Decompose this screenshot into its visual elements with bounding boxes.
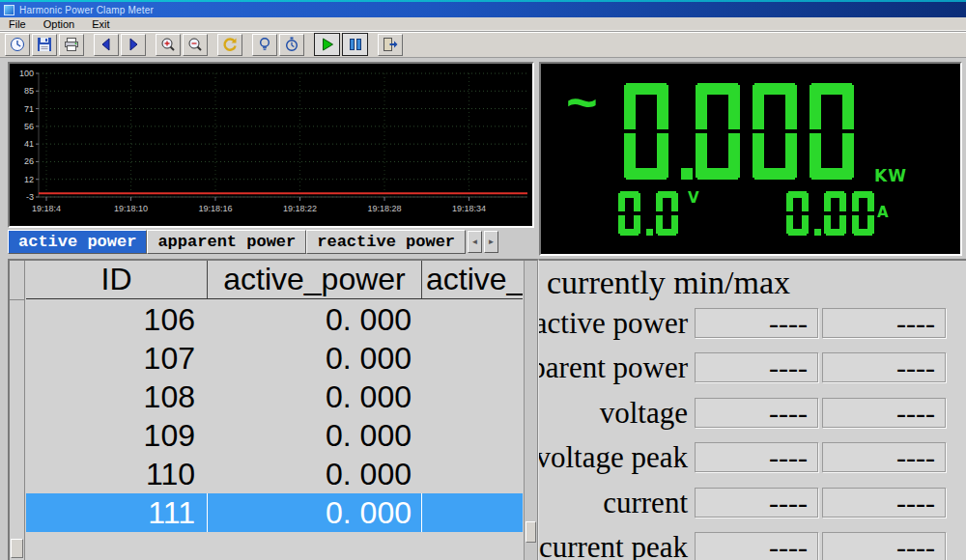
titlebar[interactable]: Harmonic Power Clamp Meter bbox=[0, 2, 966, 17]
exit-icon bbox=[381, 36, 400, 53]
save-icon bbox=[36, 37, 53, 52]
cell-id: 111 bbox=[26, 493, 208, 532]
svg-text:71: 71 bbox=[24, 104, 34, 114]
start-icon bbox=[318, 36, 337, 53]
cell-extra bbox=[422, 493, 523, 532]
window-title: Harmonic Power Clamp Meter bbox=[19, 5, 154, 15]
minmax-max-voltage-peak: ---- bbox=[822, 442, 946, 472]
column-header-active: active_ bbox=[422, 261, 523, 298]
svg-text:26: 26 bbox=[24, 156, 34, 166]
print-button[interactable] bbox=[59, 34, 84, 56]
minmax-label-active-power: active power bbox=[538, 305, 688, 341]
table-row-111[interactable]: 1110. 000 bbox=[26, 493, 523, 532]
svg-text:19:18:4: 19:18:4 bbox=[32, 204, 61, 213]
minmax-max-voltage: ---- bbox=[822, 398, 946, 428]
lcd-voltage-unit: V bbox=[688, 189, 699, 207]
cell-id: 110 bbox=[26, 455, 208, 493]
cell-extra bbox=[422, 416, 523, 455]
minmax-label-current-peak: current peak bbox=[539, 529, 688, 560]
next-icon bbox=[125, 37, 142, 52]
minmax-max-current: ---- bbox=[822, 488, 946, 518]
tab-active-power[interactable]: active power bbox=[8, 230, 147, 254]
selector-corner-box bbox=[11, 539, 23, 558]
menu-item-exit[interactable]: Exit bbox=[83, 18, 118, 30]
tab-apparent-power[interactable]: apparent power bbox=[147, 230, 306, 254]
exit-button[interactable] bbox=[378, 34, 403, 56]
pause-icon bbox=[346, 36, 365, 53]
pause-button[interactable] bbox=[342, 33, 368, 56]
svg-text:19:18:22: 19:18:22 bbox=[283, 204, 317, 213]
bulb-button[interactable] bbox=[252, 34, 277, 56]
timer-button[interactable] bbox=[279, 34, 304, 56]
menu-item-option[interactable]: Option bbox=[35, 18, 83, 30]
prev-icon bbox=[98, 37, 115, 52]
minmax-max-active-power: ---- bbox=[822, 308, 946, 338]
save-button[interactable] bbox=[32, 34, 57, 56]
svg-text:56: 56 bbox=[24, 122, 34, 131]
table-row-110[interactable]: 1100. 000 bbox=[26, 455, 523, 493]
cell-id: 106 bbox=[26, 300, 208, 339]
lcd-current-unit: A bbox=[877, 204, 889, 221]
menubar: FileOptionExit bbox=[0, 17, 966, 31]
tab-scroll-right-button[interactable]: ► bbox=[484, 231, 498, 253]
refresh-icon bbox=[221, 37, 239, 52]
table-row-107[interactable]: 1070. 000 bbox=[26, 339, 523, 378]
cell-active-power: 0. 000 bbox=[208, 378, 422, 416]
trend-chart: 100857156412612-319:18:419:18:1019:18:16… bbox=[10, 64, 532, 226]
cell-id: 108 bbox=[26, 378, 208, 416]
zoom-in-button[interactable] bbox=[156, 34, 181, 56]
cell-active-power: 0. 000 bbox=[208, 300, 422, 339]
svg-text:19:18:10: 19:18:10 bbox=[114, 204, 148, 213]
minmax-min-current-peak: ---- bbox=[695, 532, 818, 560]
refresh-button[interactable] bbox=[217, 34, 242, 56]
clock-button[interactable] bbox=[5, 34, 30, 56]
svg-text:41: 41 bbox=[24, 139, 34, 149]
toolbar bbox=[0, 31, 966, 57]
zoom-out-icon bbox=[186, 37, 204, 52]
print-icon bbox=[63, 37, 80, 52]
next-button[interactable] bbox=[121, 34, 146, 56]
minmax-label-voltage-peak: voltage peak bbox=[538, 439, 688, 475]
minmax-label-apparent-power: apparent power bbox=[538, 350, 688, 385]
cell-active-power: 0. 000 bbox=[208, 339, 422, 378]
cell-id: 109 bbox=[26, 416, 208, 455]
minmax-min-voltage: ---- bbox=[695, 398, 818, 428]
start-button[interactable] bbox=[314, 33, 340, 56]
svg-text:-3: -3 bbox=[26, 192, 34, 202]
table-row-106[interactable]: 1060. 000 bbox=[26, 300, 523, 339]
cell-active-power: 0. 000 bbox=[208, 416, 422, 455]
minmax-title: currently min/max bbox=[547, 265, 790, 301]
zoom-out-button[interactable] bbox=[183, 34, 208, 56]
row-selector-column[interactable] bbox=[10, 261, 25, 560]
menu-item-file[interactable]: File bbox=[0, 18, 35, 30]
minmax-max-current-peak: ---- bbox=[822, 532, 946, 560]
selector-divider bbox=[10, 299, 25, 300]
data-table-panel: IDactive_poweractive_ 1060. 0001070. 000… bbox=[8, 259, 538, 560]
bulb-icon bbox=[256, 37, 273, 52]
lcd-current-display bbox=[786, 191, 880, 239]
timer-icon bbox=[283, 37, 300, 52]
minmax-label-current: current bbox=[603, 485, 688, 520]
lcd-main-unit: KW bbox=[874, 166, 907, 185]
minmax-label-voltage: voltage bbox=[600, 395, 688, 431]
cell-extra bbox=[422, 339, 523, 378]
table-header: IDactive_poweractive_ bbox=[26, 261, 523, 299]
minmax-min-current: ---- bbox=[695, 488, 818, 518]
minmax-panel: currently min/max active power--------ap… bbox=[538, 259, 966, 560]
table-row-108[interactable]: 1080. 000 bbox=[26, 378, 523, 416]
table-scrollbar[interactable] bbox=[524, 261, 537, 560]
svg-text:19:18:34: 19:18:34 bbox=[452, 204, 486, 213]
cell-active-power: 0. 000 bbox=[208, 455, 422, 493]
table-scrollbar-thumb[interactable] bbox=[526, 521, 536, 543]
app-icon bbox=[4, 5, 14, 15]
table-body: 1060. 0001070. 0001080. 0001090. 0001100… bbox=[26, 300, 523, 532]
cell-id: 107 bbox=[26, 339, 208, 378]
column-header-id: ID bbox=[26, 261, 208, 298]
table-row-109[interactable]: 1090. 000 bbox=[26, 416, 523, 455]
tab-reactive-power[interactable]: reactive power bbox=[306, 230, 466, 254]
svg-text:100: 100 bbox=[19, 69, 34, 78]
prev-button[interactable] bbox=[94, 34, 119, 56]
zoom-in-icon bbox=[159, 37, 177, 52]
cell-extra bbox=[422, 378, 523, 416]
tab-scroll-left-button[interactable]: ◄ bbox=[468, 231, 482, 253]
